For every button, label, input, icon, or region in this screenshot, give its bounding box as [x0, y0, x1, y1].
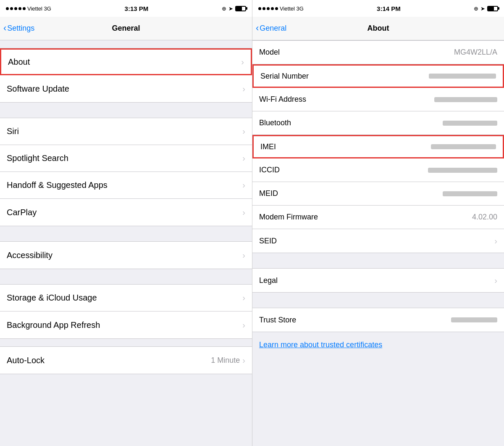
learn-more-link[interactable]: Learn more about trusted certificates — [252, 335, 504, 354]
legal-group: Legal › — [252, 268, 504, 293]
storage-chevron-icon: › — [242, 293, 245, 303]
imei-value — [431, 144, 496, 149]
right-signal-dots — [258, 7, 278, 10]
right-dot-1 — [258, 7, 261, 10]
left-panel: Viettel 3G 3:13 PM ⊕ ➤ ‹ Settings Genera… — [0, 0, 252, 446]
dot-5 — [23, 7, 26, 10]
left-nav-bar: ‹ Settings General — [0, 17, 252, 40]
background-refresh-label: Background App Refresh — [7, 320, 100, 330]
autolock-chevron-icon: › — [242, 356, 245, 365]
location-icon: ⊕ — [222, 5, 226, 12]
wifi-address-row: Wi-Fi Address — [252, 88, 504, 111]
about-label: About — [8, 57, 30, 67]
dot-4 — [18, 7, 21, 10]
left-status-left: Viettel 3G — [6, 5, 51, 12]
left-back-button[interactable]: ‹ Settings — [3, 24, 34, 33]
model-label: Model — [259, 48, 280, 57]
imei-row: IMEI — [252, 135, 504, 158]
meid-row: MEID — [252, 182, 504, 206]
dot-1 — [6, 7, 9, 10]
background-refresh-row[interactable]: Background App Refresh › — [0, 311, 252, 338]
right-back-chevron-icon: ‹ — [256, 24, 259, 33]
handoff-chevron-icon: › — [242, 180, 245, 190]
right-dot-3 — [267, 7, 270, 10]
right-dot-5 — [275, 7, 278, 10]
right-dot-2 — [262, 7, 265, 10]
wifi-address-value — [434, 97, 497, 102]
software-update-chevron-icon: › — [242, 84, 245, 94]
imei-label: IMEI — [260, 143, 276, 151]
about-main-group: Model MG4W2LL/A Serial Number Wi-Fi Addr… — [252, 40, 504, 253]
accessibility-row[interactable]: Accessibility › — [0, 242, 252, 269]
gps-icon: ➤ — [228, 5, 233, 12]
iccid-label: ICCID — [259, 166, 280, 174]
meid-value — [443, 191, 497, 196]
about-chevron-icon: › — [241, 57, 244, 67]
serial-number-value — [429, 74, 496, 79]
handoff-row[interactable]: Handoff & Suggested Apps › — [0, 172, 252, 199]
left-time: 3:13 PM — [125, 5, 149, 12]
legal-chevron-icon: › — [494, 276, 497, 285]
right-status-right: ⊕ ➤ — [474, 5, 498, 12]
right-battery-icon — [487, 6, 498, 11]
autolock-row[interactable]: Auto-Lock 1 Minute › — [0, 347, 252, 374]
carplay-chevron-icon: › — [242, 208, 245, 217]
iccid-row: ICCID — [252, 158, 504, 182]
right-carrier: Viettel 3G — [280, 5, 304, 12]
accessibility-chevron-icon: › — [242, 251, 245, 260]
about-row[interactable]: About › — [0, 48, 252, 75]
gap-1 — [0, 40, 252, 48]
carplay-row[interactable]: CarPlay › — [0, 199, 252, 226]
handoff-label: Handoff & Suggested Apps — [7, 180, 108, 190]
right-back-label: General — [260, 24, 286, 33]
model-value: MG4W2LL/A — [454, 48, 497, 57]
storage-row[interactable]: Storage & iCloud Usage › — [0, 285, 252, 311]
right-gap-2 — [252, 293, 504, 308]
signal-dots — [6, 7, 26, 10]
trust-store-label: Trust Store — [259, 316, 296, 325]
spotlight-row[interactable]: Spotlight Search › — [0, 145, 252, 172]
software-update-label: Software Update — [7, 84, 69, 94]
seid-chevron-icon: › — [494, 236, 497, 246]
siri-row[interactable]: Siri › — [0, 118, 252, 145]
group-1: About › Software Update › — [0, 48, 252, 103]
right-panel: Viettel 3G 3:14 PM ⊕ ➤ ‹ General About M… — [252, 0, 504, 446]
right-location-icon: ⊕ — [474, 5, 478, 12]
battery-icon — [235, 6, 246, 11]
trust-store-row: Trust Store — [252, 308, 504, 332]
wifi-address-label: Wi-Fi Address — [259, 95, 306, 104]
spotlight-chevron-icon: › — [242, 153, 245, 163]
right-nav-bar: ‹ General About — [252, 17, 504, 40]
seid-row[interactable]: SEID › — [252, 229, 504, 253]
dot-3 — [14, 7, 17, 10]
software-update-row[interactable]: Software Update › — [0, 75, 252, 102]
gap-4 — [0, 269, 252, 284]
bluetooth-value — [443, 121, 497, 126]
background-refresh-chevron-icon: › — [242, 320, 245, 330]
bluetooth-label: Bluetooth — [259, 119, 291, 127]
serial-number-label: Serial Number — [260, 72, 309, 81]
siri-label: Siri — [7, 127, 19, 136]
bluetooth-row: Bluetooth — [252, 111, 504, 135]
autolock-right: 1 Minute › — [211, 356, 245, 365]
learn-more-container: Learn more about trusted certificates — [252, 332, 504, 358]
legal-row[interactable]: Legal › — [252, 269, 504, 292]
right-status-bar: Viettel 3G 3:14 PM ⊕ ➤ — [252, 0, 504, 17]
dot-2 — [10, 7, 13, 10]
right-dot-4 — [271, 7, 274, 10]
left-status-right: ⊕ ➤ — [222, 5, 246, 12]
gap-2 — [0, 103, 252, 118]
left-back-chevron-icon: ‹ — [3, 24, 6, 33]
right-back-button[interactable]: ‹ General — [256, 24, 286, 33]
siri-chevron-icon: › — [242, 127, 245, 136]
about-right: › — [241, 57, 244, 67]
meid-label: MEID — [259, 189, 278, 198]
legal-label: Legal — [259, 276, 278, 285]
group-3: Accessibility › — [0, 241, 252, 269]
serial-number-row: Serial Number — [252, 64, 504, 88]
left-settings-content: About › Software Update › Siri › Spotlig… — [0, 40, 252, 446]
right-about-content: Model MG4W2LL/A Serial Number Wi-Fi Addr… — [252, 40, 504, 446]
autolock-value: 1 Minute — [211, 356, 240, 365]
trust-store-value — [451, 317, 497, 322]
right-nav-title: About — [368, 24, 389, 33]
